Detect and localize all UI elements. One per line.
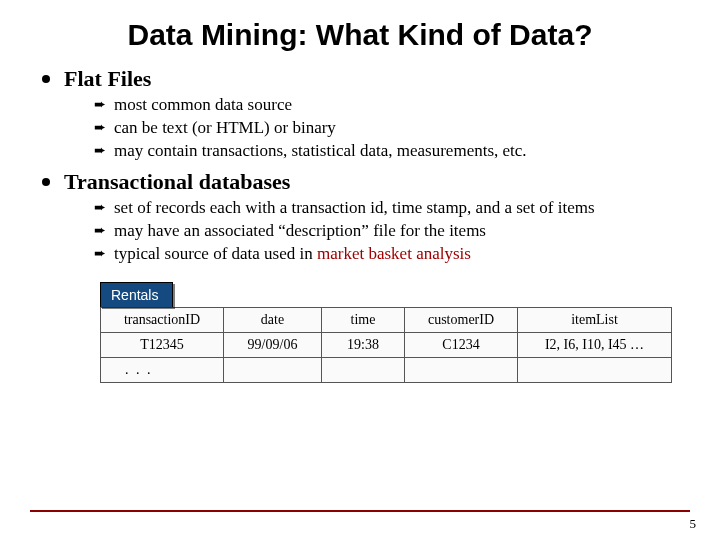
list-item: ➨ may have an associated “description” f… [94,220,690,243]
table-row: T12345 99/09/06 19:38 C1234 I2, I6, I10,… [101,332,672,357]
slide-title: Data Mining: What Kind of Data? [0,0,720,60]
section-heading: Transactional databases [64,169,290,195]
section-heading: Flat Files [64,66,151,92]
sub-bullet-icon: ➨ [94,244,106,263]
sub-list: ➨ most common data source ➨ can be text … [42,94,690,163]
sub-bullet-icon: ➨ [94,95,106,114]
table-header: date [224,307,322,332]
table-cell [322,357,405,382]
table-header-row: transactionID date time customerID itemL… [101,307,672,332]
list-item: ➨ set of records each with a transaction… [94,197,690,220]
list-item-text: set of records each with a transaction i… [114,197,595,220]
list-item: ➨ typical source of data used in market … [94,243,690,266]
sub-bullet-icon: ➨ [94,118,106,137]
list-item: ➨ most common data source [94,94,690,117]
sub-bullet-icon: ➨ [94,198,106,217]
list-item: ➨ may contain transactions, statistical … [94,140,690,163]
table-header: customerID [405,307,518,332]
sub-bullet-icon: ➨ [94,141,106,160]
section-transactional: Transactional databases [42,169,690,195]
slide: Data Mining: What Kind of Data? Flat Fil… [0,0,720,540]
section-flat-files: Flat Files [42,66,690,92]
bullet-dot-icon [42,178,50,186]
bullet-dot-icon [42,75,50,83]
sub-bullet-icon: ➨ [94,221,106,240]
list-item-text: typical source of data used in market ba… [114,243,471,266]
table-cell [518,357,672,382]
table-cell: C1234 [405,332,518,357]
table-cell: I2, I6, I10, I45 … [518,332,672,357]
table-cell [405,357,518,382]
table-cell-ellipsis: . . . [101,357,224,382]
highlight-term: market basket analysis [317,244,471,263]
rentals-table: transactionID date time customerID itemL… [100,307,672,383]
footer-separator [30,510,690,512]
rentals-table-graphic: Rentals transactionID date time customer… [100,282,672,383]
page-number: 5 [690,516,697,532]
list-item-text: may contain transactions, statistical da… [114,140,527,163]
list-item-text: most common data source [114,94,292,117]
table-row: . . . [101,357,672,382]
table-header: itemList [518,307,672,332]
list-item: ➨ can be text (or HTML) or binary [94,117,690,140]
list-item-text: can be text (or HTML) or binary [114,117,336,140]
sub-list: ➨ set of records each with a transaction… [42,197,690,266]
table-header: time [322,307,405,332]
table-cell: 19:38 [322,332,405,357]
slide-content: Flat Files ➨ most common data source ➨ c… [0,66,720,383]
table-cell: 99/09/06 [224,332,322,357]
table-cell [224,357,322,382]
list-item-text: may have an associated “description” fil… [114,220,486,243]
table-cell: T12345 [101,332,224,357]
table-header: transactionID [101,307,224,332]
table-title: Rentals [100,282,173,307]
